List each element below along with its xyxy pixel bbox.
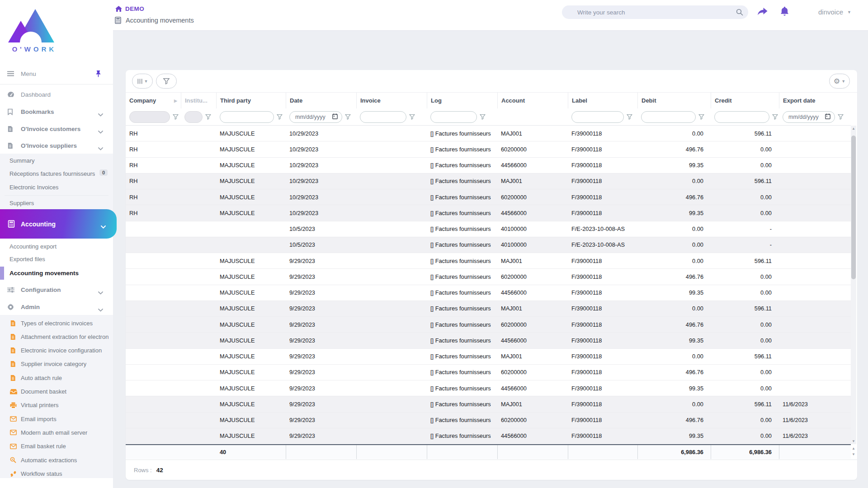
sidebar-item-types-of-electronic-invoices[interactable]: Types of electronic invoices [0,317,113,329]
funnel-icon[interactable] [698,114,704,120]
funnel-icon[interactable] [772,114,778,120]
filter-input-label[interactable] [572,112,623,122]
funnel-icon[interactable] [409,114,415,120]
pin-icon[interactable] [95,70,101,79]
column-header-export_date[interactable]: Export date [779,93,851,108]
share-icon[interactable] [757,8,768,19]
sidebar-item-attachment-extraction-for-electron[interactable]: Attachment extraction for electron [0,330,113,343]
cell-date: 9/29/2023 [286,253,356,268]
column-header-account[interactable]: Account [497,93,568,108]
sidebar-item-oinvoice-customers[interactable]: O'Invoice customers [0,122,113,136]
sidebar-item-email-basket-rule[interactable]: Email basket rule [0,440,113,453]
funnel-icon[interactable] [173,114,179,120]
filter-input-credit[interactable] [715,112,769,122]
funnel-icon[interactable] [205,114,211,120]
sidebar-item-dashboard[interactable]: Dashboard [0,88,113,101]
sidebar-item-bookmarks[interactable]: Bookmarks [0,105,113,118]
sidebar-item-configuration[interactable]: Configuration [0,283,113,296]
sidebar-item-modern-auth-email-server[interactable]: Modern auth email server [0,426,113,439]
table-row[interactable]: RHMAJUSCULE10/29/2023[] Factures fournis… [126,126,851,141]
sidebar-item-summary[interactable]: Summary [0,154,113,167]
table-row[interactable]: MAJUSCULE9/29/2023[] Factures fournisseu… [126,396,851,412]
table-row[interactable]: MAJUSCULE9/29/2023[] Factures fournisseu… [126,301,851,317]
table-row[interactable]: MAJUSCULE9/29/2023[] Factures fournisseu… [126,349,851,365]
funnel-icon[interactable] [838,114,844,120]
table-row[interactable]: MAJUSCULE9/29/2023[] Factures fournisseu… [126,253,851,269]
table-row[interactable]: MAJUSCULE9/29/2023[] Factures fournisseu… [126,269,851,285]
columns-button[interactable]: ▼ [132,74,153,89]
table-row[interactable]: MAJUSCULE9/29/2023[] Factures fournisseu… [126,285,851,301]
brand-logo[interactable]: O'WORK [0,0,113,59]
search-input[interactable] [577,9,726,16]
table-row[interactable]: MAJUSCULE9/29/2023[] Factures fournisseu… [126,428,851,444]
funnel-icon[interactable] [345,114,351,120]
table-row[interactable]: MAJUSCULE9/29/2023[] Factures fournisseu… [126,317,851,333]
sidebar-item-virtual-printers[interactable]: Virtual printers [0,399,113,412]
sidebar-item-auto-attach-rule[interactable]: Auto attach rule [0,371,113,384]
user-menu[interactable]: dinvoice ▼ [818,8,851,16]
column-header-label[interactable]: Label [568,93,637,108]
column-header-third_party[interactable]: Third party [216,93,286,108]
filter-input-date[interactable]: mm/dd/yyyy [289,111,342,123]
sidebar-item-automatic-extractions[interactable]: Automatic extractions [0,454,113,466]
cell-label: F/39000118 [568,428,637,444]
scroll-up-icon[interactable]: ▲ [851,127,856,131]
calendar-icon[interactable] [332,113,338,121]
filter-input-log[interactable] [431,112,476,122]
sidebar-item-workflow-status[interactable]: Workflow status [0,467,113,480]
filter-button[interactable] [156,74,177,89]
grid-settings-button[interactable]: ⚙ ▼ [829,74,850,89]
table-row[interactable]: RHMAJUSCULE10/29/2023[] Factures fournis… [126,205,851,221]
filter-input-export_date[interactable]: mm/dd/yyyy [783,111,835,123]
vertical-scrollbar[interactable]: ▲ ▼ [851,126,856,444]
filter-input-invoice[interactable] [360,112,406,122]
column-header-company[interactable]: Company▶ [126,93,181,108]
breadcrumb-environment[interactable]: DEMO [115,5,144,12]
table-row[interactable]: RHMAJUSCULE10/29/2023[] Factures fournis… [126,158,851,174]
sidebar-item-document-basket[interactable]: Document basket [0,385,113,398]
sidebar-item-suppliers[interactable]: Suppliers [0,197,113,209]
sidebar-item-receptions[interactable]: Réceptions factures fournisseurs 0 [0,167,113,180]
scroll-down-icon[interactable]: ▼ [851,439,856,443]
notifications-bell-icon[interactable] [780,6,789,19]
cell-debit: 99.35 [637,158,711,173]
table-row[interactable]: MAJUSCULE9/29/2023[] Factures fournisseu… [126,380,851,396]
column-header-debit[interactable]: Debit [637,93,711,108]
funnel-icon[interactable] [480,114,486,120]
table-row[interactable]: RHMAJUSCULE10/29/2023[] Factures fournis… [126,141,851,157]
sidebar-item-accounting-export[interactable]: Accounting export [0,240,113,253]
sidebar-item-oinvoice-suppliers[interactable]: O'Invoice suppliers [0,139,113,152]
sidebar-item-accounting-movements[interactable]: Accounting movements [0,267,113,279]
filter-input-debit[interactable] [642,112,695,122]
table-row[interactable]: MAJUSCULE9/29/2023[] Factures fournisseu… [126,413,851,428]
total-cell-export_date [779,445,851,459]
table-row[interactable]: RHMAJUSCULE10/29/2023[] Factures fournis… [126,189,851,205]
sidebar-item-electronic-invoices[interactable]: Electronic Invoices [0,181,113,193]
table-row[interactable]: RHMAJUSCULE10/29/2023[] Factures fournis… [126,174,851,189]
funnel-icon[interactable] [627,114,632,120]
sidebar-item-admin[interactable]: Admin [0,300,113,314]
column-header-invoice[interactable]: Invoice [356,93,427,108]
table-row[interactable]: MAJUSCULE9/29/2023[] Factures fournisseu… [126,333,851,348]
sidebar-item-exported-files[interactable]: Exported files [0,253,113,265]
search-icon[interactable] [736,9,743,18]
scroll-up-icon[interactable]: ▲ [851,446,856,451]
sidebar-item-supplier-invoice-category[interactable]: Supplier invoice category [0,358,113,371]
scroll-down-icon[interactable]: ▼ [851,451,856,457]
table-row[interactable]: MAJUSCULE9/29/2023[] Factures fournisseu… [126,365,851,380]
column-header-credit[interactable]: Credit [711,93,779,108]
sidebar-item-electronic-invoice-configuration[interactable]: Electronic invoice configuration [0,344,113,357]
sidebar-item-email-imports[interactable]: Email imports [0,413,113,425]
sidebar-item-accounting[interactable]: Accounting [0,209,117,239]
date-placeholder: mm/dd/yyyy [788,114,819,120]
funnel-icon[interactable] [277,114,283,120]
calendar-icon[interactable] [825,113,830,121]
sidebar-item-label: Types of electronic invoices [21,320,93,327]
table-row[interactable]: 10/5/2023[] Factures fournisseurs4010000… [126,237,851,253]
column-header-date[interactable]: Date [286,93,356,108]
column-header-institution[interactable]: Institu... [181,93,216,108]
scrollbar-thumb[interactable] [851,136,856,279]
table-row[interactable]: 10/5/2023[] Factures fournisseurs4010000… [126,221,851,237]
column-header-log[interactable]: Log [427,93,497,108]
filter-input-third_party[interactable] [220,112,274,122]
